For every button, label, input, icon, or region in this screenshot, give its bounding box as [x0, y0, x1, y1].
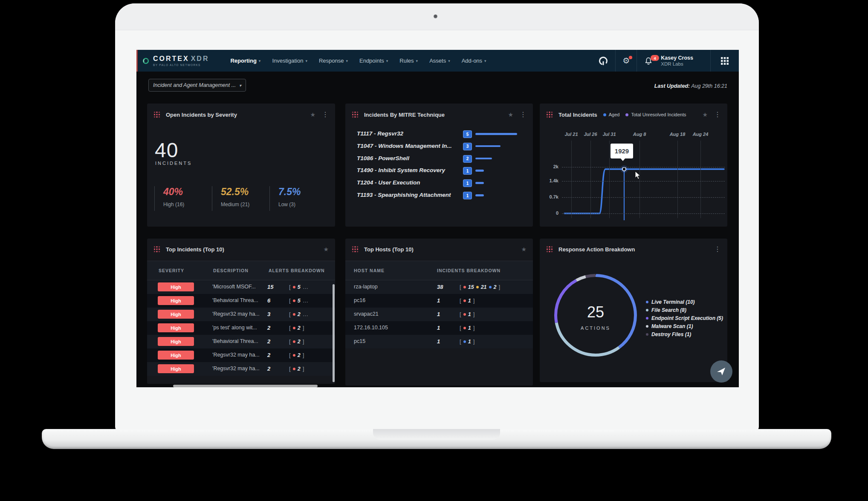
nav-item-rules[interactable]: Rules▾	[399, 58, 418, 64]
nav-item-investigation[interactable]: Investigation▾	[272, 58, 307, 64]
nav-item-endpoints[interactable]: Endpoints▾	[359, 58, 388, 64]
horizontal-gridline	[562, 181, 725, 181]
incident-count: 1	[437, 338, 440, 345]
last-updated-text: Last Updated: Aug 29th 16:21	[654, 83, 727, 89]
card-title: Total Incidents	[558, 112, 597, 118]
brand-tagline: BY PALO ALTO NETWORKS	[153, 63, 209, 66]
card-response-action-breakdown: Response Action Breakdown ⋮ 25 ACTIONS L…	[540, 239, 727, 382]
laptop-hinge-notch	[373, 429, 500, 440]
incident-table-row[interactable]: High 'Microsoft MSOF... 15 [5…	[147, 280, 335, 294]
send-arrow-icon	[716, 366, 726, 377]
settings-gear-icon[interactable]: ⚙	[616, 50, 637, 72]
widget-grid-icon	[352, 246, 359, 253]
host-name: srvapac21	[354, 311, 379, 317]
mitre-technique-row[interactable]: T1490 - Inhibit System Recovery 1	[345, 165, 533, 177]
main-menu: Reporting▾Investigation▾Response▾Endpoin…	[230, 58, 486, 64]
host-table-row[interactable]: pc15 1 [1]	[345, 335, 533, 348]
dashboard-selector-dropdown[interactable]: Incident and Agent Management ... ▾	[148, 79, 246, 92]
star-icon[interactable]: ★	[521, 246, 527, 253]
incident-table-row[interactable]: High 'Behavioral Threa... 2 [2]	[147, 335, 335, 348]
incident-table-row[interactable]: High 'Regsvr32 may ha... 3 [2…	[147, 308, 335, 321]
data-point-marker	[622, 167, 626, 171]
alerts-breakdown: [2]	[289, 366, 304, 372]
star-icon[interactable]: ★	[310, 111, 315, 118]
star-icon[interactable]: ★	[323, 246, 329, 253]
card-title: Top Hosts (Top 10)	[364, 246, 414, 253]
horizontal-scrollbar[interactable]	[173, 385, 318, 387]
host-table-row[interactable]: rza-laptop 38 [15212]	[345, 280, 533, 294]
star-icon[interactable]: ★	[508, 111, 513, 118]
horizontal-gridline	[562, 167, 725, 167]
severity-dot	[463, 313, 466, 316]
incident-description: 'ps test' along wit...	[212, 325, 257, 331]
legend-item: Live Terminal (10)	[646, 298, 723, 306]
incident-table-row[interactable]: High 'Regsvr32 may ha... 2 [2]	[147, 348, 335, 362]
x-axis-tick: Aug 24	[686, 132, 715, 137]
y-axis-tick: 2k	[541, 164, 558, 169]
mitre-technique-row[interactable]: T1047 - Windows Management In... 3	[345, 141, 533, 153]
pulse-icon[interactable]	[591, 50, 615, 72]
alert-count: 2	[267, 352, 270, 358]
severity-badge: High	[158, 351, 194, 360]
severity-dot	[463, 340, 466, 343]
incident-table-row[interactable]: High 'Regsvr32 may ha... 2 [2]	[147, 362, 335, 376]
app-launcher-grid-icon[interactable]	[711, 50, 739, 72]
host-name: pc15	[354, 338, 365, 344]
vertical-gridline	[571, 141, 572, 218]
incidents-breakdown: [15212]	[460, 284, 500, 290]
y-axis-tick: 1.4k	[541, 178, 558, 183]
bar	[475, 133, 517, 135]
host-table-row[interactable]: srvapac21 1 [1]	[345, 308, 533, 321]
nav-item-response[interactable]: Response▾	[319, 58, 348, 64]
mitre-technique-row[interactable]: T1086 - PowerShell 2	[345, 153, 533, 165]
total-incidents-number: 40	[155, 138, 178, 162]
chevron-down-icon: ▾	[416, 59, 418, 63]
nav-item-reporting[interactable]: Reporting▾	[230, 58, 260, 64]
severity-dot	[293, 354, 295, 357]
count-badge: 1	[463, 192, 472, 199]
host-name: rza-laptop	[354, 284, 378, 290]
mitre-technique-row[interactable]: T1193 - Spearphishing Attachment 1	[345, 190, 533, 202]
kebab-menu-icon[interactable]: ⋮	[520, 111, 527, 118]
kebab-menu-icon[interactable]: ⋮	[714, 111, 721, 118]
feedback-floating-button[interactable]	[710, 360, 732, 383]
kebab-menu-icon[interactable]: ⋮	[322, 111, 329, 118]
card-top-incidents: Top Incidents (Top 10) ★ SEVERITY DESCRI…	[147, 239, 335, 384]
user-menu[interactable]: Kasey Cross XDR Labs	[661, 55, 710, 66]
cortex-logo-icon	[142, 58, 149, 64]
vertical-scrollbar[interactable]	[333, 284, 335, 382]
incidents-breakdown: [1]	[460, 325, 475, 331]
mitre-technique-row[interactable]: T1204 - User Execution 1	[345, 177, 533, 189]
total-incidents-label: INCIDENTS	[155, 161, 192, 166]
star-icon[interactable]: ★	[702, 111, 708, 118]
alerts-breakdown: [5…	[289, 284, 308, 290]
notifications-bell-icon[interactable]: 4	[637, 50, 660, 72]
legend-item: File Search (8)	[646, 306, 723, 314]
chevron-down-icon: ▾	[239, 83, 241, 88]
widget-grid-icon	[546, 246, 553, 253]
bar	[475, 145, 501, 147]
brand-logo[interactable]: CORTEXXDR BY PALO ALTO NETWORKS	[142, 55, 209, 66]
incident-table-row[interactable]: High 'ps test' along wit... 2 [2]	[147, 321, 335, 335]
chevron-down-icon: ▾	[386, 59, 388, 63]
brand-name: CORTEXXDR	[153, 55, 209, 63]
severity-badge: High	[158, 282, 194, 291]
user-name: Kasey Cross	[661, 55, 693, 61]
severity-dot	[463, 286, 466, 288]
vertical-gridline	[700, 141, 701, 218]
actions-total: 25	[553, 303, 638, 321]
incident-table-row[interactable]: High 'Behavioral Threa... 6 [5…	[147, 294, 335, 308]
count-badge: 3	[463, 143, 472, 150]
bar	[475, 158, 492, 160]
mitre-technique-row[interactable]: T1117 - Regsvr32 5	[345, 128, 533, 140]
host-table-row[interactable]: pc16 1 [1]	[345, 294, 533, 308]
kebab-menu-icon[interactable]: ⋮	[714, 246, 721, 253]
nav-item-assets[interactable]: Assets▾	[429, 58, 450, 64]
severity-badge: High	[158, 323, 194, 332]
settings-alert-dot	[629, 56, 632, 59]
nav-item-add-ons[interactable]: Add-ons▾	[462, 58, 486, 64]
chart-tooltip: 1929	[610, 144, 633, 158]
severity-stat: 52.5%Medium (21)	[212, 186, 276, 211]
severity-stat: 40%High (16)	[154, 186, 219, 211]
host-table-row[interactable]: 172.16.10.105 1 [1]	[345, 321, 533, 335]
